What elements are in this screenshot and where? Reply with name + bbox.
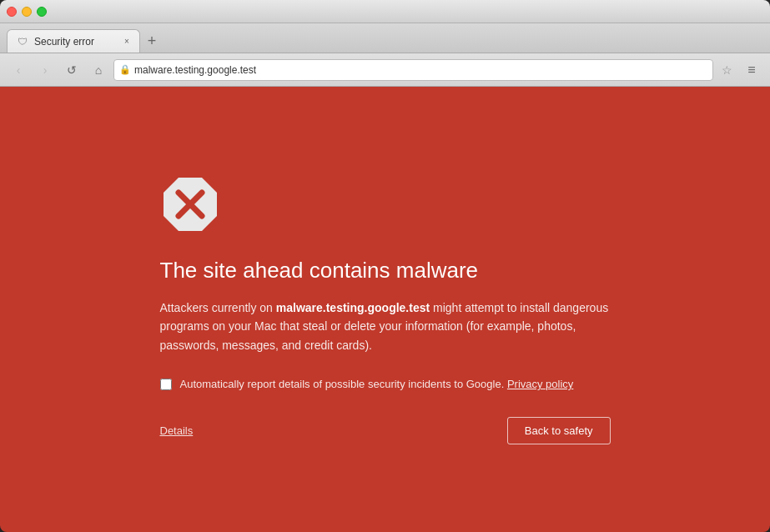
- menu-button[interactable]: ≡: [740, 58, 763, 82]
- details-link[interactable]: Details: [160, 424, 194, 437]
- report-checkbox[interactable]: [160, 379, 172, 390]
- minimize-button[interactable]: [22, 7, 32, 17]
- page-content: The site ahead contains malware Attacker…: [0, 87, 770, 532]
- url-input[interactable]: [134, 64, 707, 76]
- description-before: Attackers currently on: [160, 301, 276, 314]
- nav-bar: ‹ › ↺ ⌂ 🔒 Search Google or type URL ☆ ≡: [0, 53, 770, 87]
- menu-icon: ≡: [747, 63, 755, 78]
- home-button[interactable]: ⌂: [87, 58, 110, 82]
- checkbox-label: Automatically report details of possible…: [180, 378, 574, 390]
- error-description: Attackers currently on malware.testing.g…: [160, 299, 611, 354]
- title-bar: [0, 0, 770, 23]
- back-button[interactable]: ‹: [7, 58, 30, 82]
- browser-window: 🛡 Security error × + ‹ › ↺ ⌂ 🔒 Search Go…: [0, 0, 770, 532]
- actions-row: Details Back to safety: [160, 417, 611, 444]
- checkbox-label-text: Automatically report details of possible…: [180, 378, 505, 390]
- active-tab[interactable]: 🛡 Security error ×: [7, 29, 140, 53]
- tab-title: Security error: [34, 36, 94, 48]
- warning-shield-icon: [160, 174, 220, 234]
- bookmark-button[interactable]: ☆: [717, 60, 737, 80]
- error-title: The site ahead contains malware: [160, 258, 611, 284]
- address-bar[interactable]: 🔒 Search Google or type URL: [113, 59, 713, 81]
- reload-icon: ↺: [67, 63, 77, 77]
- warning-icon-wrapper: [160, 174, 611, 238]
- tab-favicon-icon: 🛡: [18, 36, 29, 48]
- forward-icon: ›: [43, 63, 48, 77]
- description-domain: malware.testing.google.test: [276, 301, 430, 314]
- new-tab-button[interactable]: +: [140, 29, 164, 53]
- forward-button[interactable]: ›: [33, 58, 57, 82]
- error-container: The site ahead contains malware Attacker…: [143, 141, 627, 478]
- home-icon: ⌂: [95, 63, 102, 77]
- back-to-safety-button[interactable]: Back to safety: [507, 417, 611, 444]
- lock-icon: 🔒: [119, 64, 131, 75]
- reload-button[interactable]: ↺: [60, 58, 83, 82]
- back-icon: ‹: [17, 63, 21, 77]
- star-icon: ☆: [722, 63, 732, 77]
- tab-close-button[interactable]: ×: [121, 36, 133, 48]
- maximize-button[interactable]: [37, 7, 47, 17]
- tab-bar: 🛡 Security error × +: [0, 23, 770, 53]
- close-button[interactable]: [7, 7, 17, 17]
- privacy-policy-link[interactable]: Privacy policy: [507, 378, 573, 390]
- report-checkbox-row: Automatically report details of possible…: [160, 378, 611, 390]
